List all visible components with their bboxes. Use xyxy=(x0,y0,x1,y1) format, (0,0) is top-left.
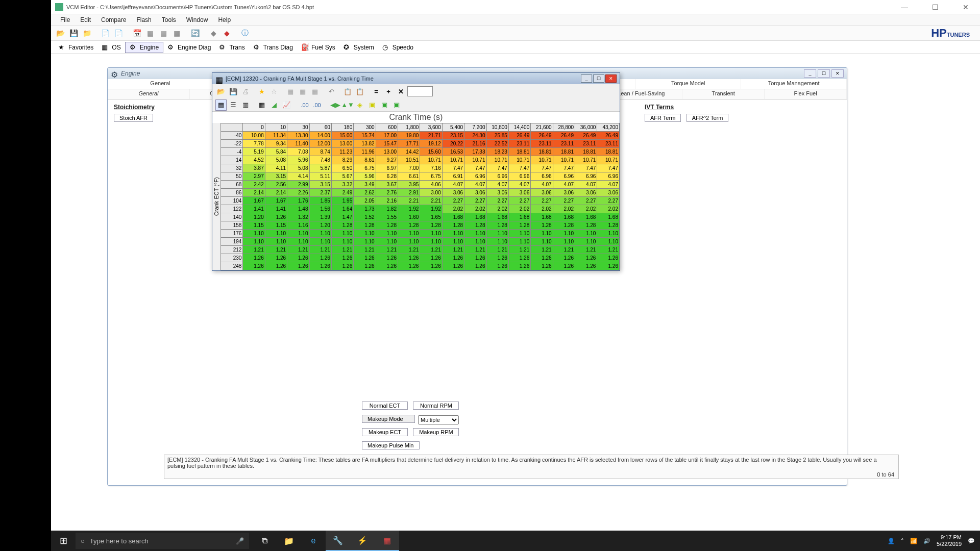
plus-icon[interactable]: + xyxy=(383,86,394,97)
cell[interactable]: 1.10 xyxy=(420,238,442,246)
cell[interactable]: 1.60 xyxy=(398,213,420,221)
cell[interactable]: 1.52 xyxy=(354,213,376,221)
cell[interactable]: 1.20 xyxy=(309,221,331,230)
equals-icon[interactable]: = xyxy=(371,86,382,97)
cell[interactable]: 1.26 xyxy=(265,262,287,270)
cell[interactable]: 1.21 xyxy=(309,246,331,254)
people-icon[interactable]: 👤 xyxy=(888,538,895,544)
cell[interactable]: 1.26 xyxy=(243,254,265,262)
cell[interactable]: 1.10 xyxy=(243,238,265,246)
explorer-icon[interactable]: 📁 xyxy=(277,531,301,551)
cell[interactable]: 6.96 xyxy=(531,172,553,181)
cell[interactable]: 3.06 xyxy=(508,189,530,197)
cell[interactable]: 1.21 xyxy=(464,246,486,254)
cell[interactable]: 1.21 xyxy=(243,246,265,254)
cell[interactable]: 11.23 xyxy=(331,148,353,156)
cell[interactable]: 2.27 xyxy=(597,197,620,205)
cell[interactable]: 1.76 xyxy=(287,197,309,205)
makeup-rpm-button[interactable]: Makeup RPM xyxy=(413,428,459,436)
cell[interactable]: 23.11 xyxy=(508,140,530,148)
cell[interactable]: 7.47 xyxy=(508,164,530,172)
subtab-flex-fuel[interactable]: Flex Fuel xyxy=(765,89,847,99)
cell[interactable]: 1.21 xyxy=(597,246,620,254)
cell[interactable]: 18.81 xyxy=(531,148,553,156)
cell[interactable]: 3.06 xyxy=(575,189,597,197)
col-header[interactable]: 7,200 xyxy=(464,123,486,132)
stoich-afr-button[interactable]: Stoich AFR xyxy=(114,114,153,122)
cell[interactable]: 1.26 xyxy=(597,254,620,262)
cell[interactable]: 1.10 xyxy=(486,230,508,238)
cell[interactable]: 23.11 xyxy=(597,140,620,148)
cell[interactable]: 1.28 xyxy=(331,221,353,230)
save-icon[interactable]: 💾 xyxy=(67,27,80,39)
cell[interactable]: 1.41 xyxy=(265,205,287,213)
dialog-min-button[interactable]: _ xyxy=(581,74,592,83)
cell[interactable]: 1.47 xyxy=(331,213,353,221)
cell[interactable]: 10.71 xyxy=(442,156,464,164)
copy-icon[interactable]: 📋 xyxy=(342,86,353,97)
cell[interactable]: 5.96 xyxy=(354,172,376,181)
cell[interactable]: 2.05 xyxy=(354,197,376,205)
cell[interactable]: 2.56 xyxy=(265,181,287,189)
cell[interactable]: 1.10 xyxy=(597,238,620,246)
cell[interactable]: 1.10 xyxy=(597,230,620,238)
col-header[interactable]: 300 xyxy=(354,123,376,132)
view-3d-icon[interactable]: ▦ xyxy=(256,99,267,111)
cell[interactable]: 1.26 xyxy=(508,262,530,270)
cell[interactable]: 1.10 xyxy=(531,238,553,246)
volume-icon[interactable]: 🔊 xyxy=(923,538,930,544)
cell[interactable]: 6.96 xyxy=(464,172,486,181)
cell[interactable]: 18.81 xyxy=(508,148,530,156)
cell[interactable]: 2.02 xyxy=(464,205,486,213)
cell[interactable]: 23.11 xyxy=(575,140,597,148)
nav-trans[interactable]: ⚙Trans xyxy=(215,42,249,53)
cell[interactable]: 1.15 xyxy=(243,221,265,230)
cell[interactable]: 6.91 xyxy=(442,172,464,181)
cell[interactable]: 2.02 xyxy=(597,205,620,213)
cell[interactable]: 21.16 xyxy=(464,140,486,148)
cell[interactable]: 1.10 xyxy=(442,230,464,238)
col-header[interactable]: 0 xyxy=(243,123,265,132)
engine-close-button[interactable]: ✕ xyxy=(831,69,844,78)
nav-fuel-sys[interactable]: ⛽Fuel Sys xyxy=(297,42,339,53)
write-icon[interactable]: ◆ xyxy=(207,27,219,39)
cell[interactable]: 10.08 xyxy=(243,132,265,140)
cell[interactable]: 1.21 xyxy=(398,246,420,254)
row-header[interactable]: 212 xyxy=(221,246,243,254)
cell[interactable]: 7.47 xyxy=(486,164,508,172)
print-icon[interactable]: 🖨 xyxy=(240,86,251,97)
cell[interactable]: 20.22 xyxy=(442,140,464,148)
grid2-icon[interactable]: ▦ xyxy=(297,86,308,97)
row-header[interactable]: 158 xyxy=(221,221,243,230)
cell[interactable]: 1.10 xyxy=(508,230,530,238)
cell[interactable]: 6.96 xyxy=(508,172,530,181)
cell[interactable]: 2.91 xyxy=(398,189,420,197)
cell[interactable]: 10.71 xyxy=(486,156,508,164)
cell[interactable]: 1.28 xyxy=(553,221,575,230)
makeup-mode-select[interactable]: Multiple xyxy=(418,415,459,424)
col-header[interactable]: 43,200 xyxy=(597,123,620,132)
cell[interactable]: 1.92 xyxy=(420,205,442,213)
cell[interactable]: 1.26 xyxy=(398,254,420,262)
cell[interactable]: 7.47 xyxy=(531,164,553,172)
cell[interactable]: 10.71 xyxy=(553,156,575,164)
cell[interactable]: 3.06 xyxy=(442,189,464,197)
engine-max-button[interactable]: ☐ xyxy=(818,69,830,78)
cell[interactable]: 1.15 xyxy=(265,221,287,230)
cell[interactable]: 1.21 xyxy=(508,246,530,254)
cell[interactable]: 6.97 xyxy=(376,164,398,172)
cell[interactable]: 23.11 xyxy=(531,140,553,148)
cell[interactable]: 2.42 xyxy=(243,181,265,189)
cell[interactable]: 1.28 xyxy=(464,221,486,230)
cell[interactable]: 2.02 xyxy=(575,205,597,213)
cell[interactable]: 2.97 xyxy=(243,172,265,181)
cell[interactable]: 1.26 xyxy=(331,254,353,262)
minimize-button[interactable]: — xyxy=(894,2,915,12)
cell[interactable]: 10.71 xyxy=(420,156,442,164)
cell[interactable]: 2.02 xyxy=(508,205,530,213)
multiply-icon[interactable]: ✕ xyxy=(395,86,406,97)
cell[interactable]: 5.11 xyxy=(309,172,331,181)
cell[interactable]: 2.02 xyxy=(442,205,464,213)
cell[interactable]: 2.27 xyxy=(553,197,575,205)
cell[interactable]: 2.62 xyxy=(354,189,376,197)
